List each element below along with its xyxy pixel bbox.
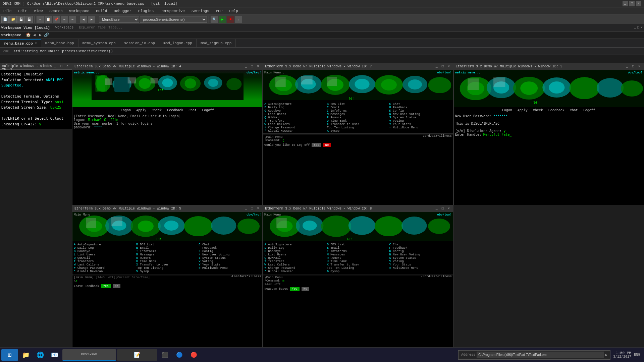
new-file-btn[interactable]: 📄 (1, 16, 9, 23)
address-input[interactable] (477, 352, 604, 358)
nav4-chat[interactable]: Chat (189, 109, 197, 112)
menu-debugger[interactable]: Debugger (112, 8, 133, 14)
home-icon[interactable]: 🏠 (25, 32, 31, 38)
copy-btn[interactable]: 📋 (45, 16, 52, 23)
open-file-btn[interactable]: 📁 (9, 16, 17, 23)
forward-icon[interactable]: ▶ (37, 32, 43, 38)
save-all-btn[interactable]: 💾 (25, 16, 33, 23)
file-tab-menu-base-cpp[interactable]: menu_base.cpp × (0, 39, 41, 47)
stop-btn[interactable]: ■ (227, 16, 234, 23)
term3-close[interactable]: × (637, 65, 642, 68)
yes-btn-8[interactable]: Yes (290, 287, 300, 291)
file-tab-mod-logon-cpp[interactable]: mod_logon.cpp (159, 39, 197, 47)
term4-restore[interactable]: □ (250, 65, 254, 68)
term5-minimize[interactable]: _ (244, 207, 248, 210)
term3-minimize[interactable]: _ (625, 65, 630, 68)
step-btn[interactable]: ↳ (235, 16, 242, 23)
workspace-tab-tabs[interactable]: Tabs (98, 26, 106, 29)
file-tab-menu-system-cpp[interactable]: menu_system.cpp (78, 39, 120, 47)
search-btn[interactable]: 🔍 (211, 16, 218, 23)
menu-perspective[interactable]: Perspective (159, 8, 186, 14)
start-button[interactable]: ⊞ (1, 349, 18, 361)
address-go[interactable]: ▶ (605, 353, 607, 357)
term2-close[interactable]: × (65, 64, 70, 68)
yes-btn-7[interactable]: Yes (312, 143, 321, 147)
nav3-check[interactable]: Check (533, 109, 543, 112)
no-btn-8[interactable]: No (302, 287, 309, 291)
cut-btn[interactable]: ✂ (37, 16, 44, 23)
workspace-close[interactable]: × (641, 26, 643, 29)
menu-plugins[interactable]: Plugins (137, 8, 155, 14)
yes-btn-5[interactable]: Yes (101, 284, 111, 288)
nav3-apply[interactable]: Apply (518, 109, 528, 112)
maximize-btn[interactable]: □ (629, 1, 635, 6)
taskbar-email[interactable]: 📧 (48, 349, 61, 361)
menu-settings[interactable]: Settings (190, 8, 211, 14)
term5-close[interactable]: × (256, 207, 260, 210)
file-tab-session-io-cpp[interactable]: session_io.cpp (120, 39, 159, 47)
method-dropdown[interactable]: processGenericScreens() (140, 16, 207, 23)
taskbar-browser[interactable]: 🌐 (34, 349, 47, 361)
nav4-check[interactable]: Check (152, 109, 162, 112)
workspace-maximize[interactable]: □ (637, 26, 639, 29)
term2-minimize[interactable]: _ (53, 64, 58, 68)
term7-restore[interactable]: □ (440, 65, 445, 68)
close-btn[interactable]: × (636, 1, 641, 6)
workspace-minimize[interactable]: _ (634, 26, 636, 29)
term3-restore[interactable]: □ (631, 65, 636, 68)
menu-edit[interactable]: Edit (17, 8, 28, 14)
file-tab-menu-base-hpp[interactable]: menu_base.hpp (41, 39, 78, 47)
term8-minimize[interactable]: _ (434, 207, 439, 210)
window-controls[interactable]: _ □ × (623, 1, 641, 6)
menu-help[interactable]: Help (228, 8, 239, 14)
menu-php[interactable]: PHP (215, 8, 224, 14)
term7-minimize[interactable]: _ (434, 65, 439, 68)
forward-btn[interactable]: ▶ (88, 16, 95, 23)
no-btn-5[interactable]: No (113, 284, 120, 288)
term5-restore[interactable]: □ (250, 207, 254, 210)
undo-btn[interactable]: ↩ (61, 16, 68, 23)
taskbar-chrome[interactable]: 🔵 (173, 349, 186, 361)
taskbar-app2[interactable]: 🔴 (187, 349, 201, 361)
run-btn[interactable]: ▶ (219, 16, 226, 23)
taskbar-notepad[interactable]: 📝 (117, 349, 157, 361)
workspace-tab-tabg[interactable]: TabG... (108, 26, 122, 29)
nav4-logon[interactable]: Logon (121, 109, 131, 112)
menu-workspace[interactable]: Workspace (68, 8, 91, 14)
file-tab-mod-signup-cpp[interactable]: mod_signup.cpp (197, 39, 236, 47)
menu-build[interactable]: Build (95, 8, 108, 14)
nav4-feedback[interactable]: Feedback (167, 109, 183, 112)
workspace-tab-explorer[interactable]: Explorer (79, 26, 95, 29)
nav4-logoff[interactable]: Logoff (202, 109, 214, 112)
no-btn-7[interactable]: No (323, 143, 331, 147)
taskbar-file-explorer[interactable]: 📁 (19, 349, 33, 361)
back-icon[interactable]: ◀ (31, 32, 37, 38)
paste-btn[interactable]: 📌 (53, 16, 60, 23)
save-btn[interactable]: 💾 (17, 16, 25, 23)
term8-close[interactable]: × (446, 207, 451, 210)
close-menu-base-cpp[interactable]: × (35, 42, 37, 45)
taskbar-ide[interactable]: OBV2-XRM (62, 349, 116, 361)
nav3-chat[interactable]: Chat (570, 109, 578, 112)
nav3-logoff[interactable]: Logoff (583, 109, 595, 112)
nav3-logon[interactable]: Logon (502, 109, 512, 112)
workspace-tab-active[interactable]: Workspace (55, 26, 73, 29)
class-dropdown[interactable]: MenuBase (99, 16, 139, 23)
taskbar-terminal[interactable]: ⬛ (158, 349, 172, 361)
term2-maximize[interactable]: □ (59, 64, 64, 68)
menu-view[interactable]: View (33, 8, 44, 14)
nav3-feedback[interactable]: Feedback (548, 109, 565, 112)
nav4-apply[interactable]: Apply (136, 109, 146, 112)
menu-file[interactable]: File (1, 8, 13, 14)
term7-close[interactable]: × (446, 65, 451, 68)
back-btn[interactable]: ◀ (80, 16, 87, 23)
term4-close[interactable]: × (256, 65, 260, 68)
term8-restore[interactable]: □ (440, 207, 445, 210)
term4-minimize[interactable]: _ (244, 65, 248, 68)
terminal-window-7: EtherTerm 3.x Demo w/ Multiple Windows -… (263, 63, 453, 205)
link-icon[interactable]: 🔗 (43, 32, 49, 38)
terminal-5-title: EtherTerm 3.x Demo w/ Multiple Windows -… (74, 207, 181, 210)
minimize-btn[interactable]: _ (623, 1, 628, 6)
redo-btn[interactable]: ↪ (69, 16, 76, 23)
menu-search[interactable]: Search (48, 8, 64, 14)
